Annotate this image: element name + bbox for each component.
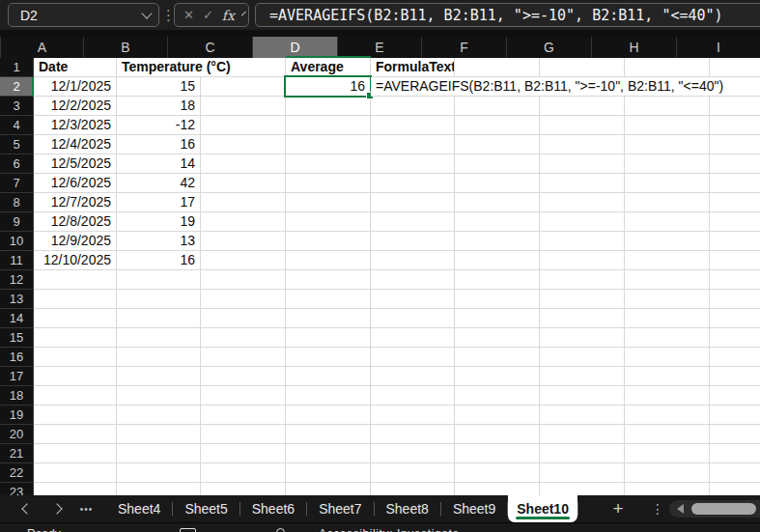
cell-i6[interactable]	[710, 154, 760, 174]
cell-b17[interactable]	[117, 367, 201, 386]
cell-h12[interactable]	[625, 270, 710, 290]
cell-b8[interactable]: 17	[117, 193, 201, 212]
row-header-11[interactable]: 11	[0, 251, 34, 270]
cell-b14[interactable]	[117, 309, 201, 328]
cell-i4[interactable]	[710, 116, 760, 135]
row-header-14[interactable]: 14	[0, 309, 34, 328]
column-header-c[interactable]: C	[168, 37, 253, 58]
cell-b22[interactable]	[117, 463, 201, 483]
cell-d13[interactable]	[286, 290, 371, 309]
cell-h7[interactable]	[625, 174, 710, 193]
cell-h17[interactable]	[625, 367, 710, 386]
cell-h3[interactable]	[625, 97, 710, 116]
column-header-d[interactable]: D	[253, 37, 338, 58]
horizontal-scrollbar-thumb[interactable]	[691, 503, 756, 515]
cell-i14[interactable]	[710, 309, 760, 328]
cell-h22[interactable]	[625, 463, 710, 483]
cell-i22[interactable]	[710, 463, 760, 483]
cell-g17[interactable]	[540, 367, 625, 386]
column-header-a[interactable]: A	[1, 37, 84, 58]
cell-b23[interactable]	[117, 483, 201, 495]
cell-a9[interactable]: 12/8/2025	[34, 212, 117, 232]
cell-a22[interactable]	[34, 463, 117, 483]
cell-h11[interactable]	[625, 251, 710, 270]
cell-d21[interactable]	[286, 444, 371, 463]
cell-i20[interactable]	[710, 425, 760, 444]
formula-bar-input[interactable]: =AVERAGEIFS(B2:B11, B2:B11, ">=-10", B2:…	[255, 3, 760, 27]
cell-i18[interactable]	[710, 386, 760, 406]
cell-c12[interactable]	[201, 270, 286, 290]
cell-e2[interactable]: =AVERAGEIFS(B2:B11, B2:B11, ">=-10", B2:…	[371, 77, 760, 97]
select-all-button[interactable]	[0, 37, 1, 58]
cell-g21[interactable]	[540, 444, 625, 463]
sheet-tab-sheet10[interactable]: Sheet10	[508, 495, 577, 522]
row-header-20[interactable]: 20	[0, 425, 34, 444]
cell-a14[interactable]	[34, 309, 117, 328]
cell-i10[interactable]	[710, 232, 760, 251]
cell-e7[interactable]	[371, 174, 455, 193]
cell-a21[interactable]	[34, 444, 117, 463]
cell-e4[interactable]	[371, 116, 455, 135]
cell-g15[interactable]	[540, 328, 625, 348]
row-header-19[interactable]: 19	[0, 406, 34, 425]
cell-g22[interactable]	[540, 463, 625, 483]
cell-f20[interactable]	[455, 425, 540, 444]
cell-f23[interactable]	[455, 483, 540, 495]
cell-a3[interactable]: 12/2/2025	[34, 97, 117, 116]
cell-e19[interactable]	[371, 406, 455, 425]
cell-d4[interactable]	[286, 116, 371, 135]
row-header-4[interactable]: 4	[0, 116, 34, 135]
row-header-3[interactable]: 3	[0, 97, 34, 116]
cell-i1[interactable]	[710, 58, 760, 77]
accessibility-status-label[interactable]: Accessibility: Investigate	[319, 527, 460, 532]
cell-h18[interactable]	[625, 386, 710, 406]
cell-e10[interactable]	[371, 232, 455, 251]
cell-d12[interactable]	[286, 270, 371, 290]
cell-a2[interactable]: 12/1/2025	[34, 77, 117, 97]
cell-e14[interactable]	[371, 309, 455, 328]
cell-c4[interactable]	[201, 116, 286, 135]
macro-record-icon[interactable]	[180, 528, 196, 532]
cell-a5[interactable]: 12/4/2025	[34, 135, 117, 154]
cell-h13[interactable]	[625, 290, 710, 309]
cell-i13[interactable]	[710, 290, 760, 309]
cell-c22[interactable]	[201, 463, 286, 483]
cell-c16[interactable]	[201, 348, 286, 367]
cell-i7[interactable]	[710, 174, 760, 193]
cell-e16[interactable]	[371, 348, 455, 367]
chevron-down-icon[interactable]	[241, 11, 246, 15]
row-header-17[interactable]: 17	[0, 367, 34, 386]
cell-c21[interactable]	[201, 444, 286, 463]
column-header-i[interactable]: I	[677, 37, 760, 58]
cell-i23[interactable]	[710, 483, 760, 495]
cell-i5[interactable]	[710, 135, 760, 154]
row-header-2[interactable]: 2	[0, 77, 34, 97]
all-sheets-button[interactable]: •••	[71, 495, 101, 522]
row-header-5[interactable]: 5	[0, 135, 34, 154]
cell-b20[interactable]	[117, 425, 201, 444]
cell-a1[interactable]: Date	[34, 58, 117, 77]
row-header-10[interactable]: 10	[0, 232, 34, 251]
cell-b15[interactable]	[117, 328, 201, 348]
cell-e9[interactable]	[371, 212, 455, 232]
cell-i17[interactable]	[710, 367, 760, 386]
row-header-18[interactable]: 18	[0, 386, 34, 406]
cell-c7[interactable]	[201, 174, 286, 193]
cell-a18[interactable]	[34, 386, 117, 406]
cell-b1[interactable]: Temperature (°C)	[117, 58, 201, 77]
cell-i19[interactable]	[710, 406, 760, 425]
cell-f13[interactable]	[455, 290, 540, 309]
cell-f7[interactable]	[455, 174, 540, 193]
cell-d15[interactable]	[286, 328, 371, 348]
cell-d19[interactable]	[286, 406, 371, 425]
cell-d9[interactable]	[286, 212, 371, 232]
cell-a11[interactable]: 12/10/2025	[34, 251, 117, 270]
cell-c15[interactable]	[201, 328, 286, 348]
cell-e13[interactable]	[371, 290, 455, 309]
column-header-b[interactable]: B	[84, 37, 168, 58]
cell-c17[interactable]	[201, 367, 286, 386]
row-header-6[interactable]: 6	[0, 154, 34, 174]
cell-d17[interactable]	[286, 367, 371, 386]
enter-icon[interactable]: ✓	[203, 8, 213, 22]
cell-d20[interactable]	[286, 425, 371, 444]
